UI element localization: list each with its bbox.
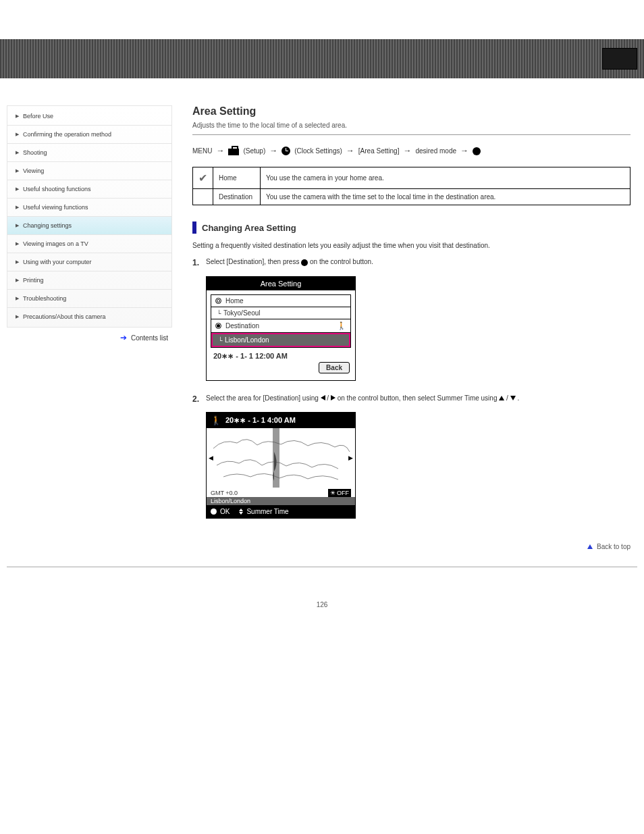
arrow-right-icon: ➔ [120, 333, 127, 342]
sidebar: ▶Before Use ▶Confirming the operation me… [7, 105, 172, 328]
triangle-right-icon: ▶ [348, 454, 353, 461]
nav-label: Useful viewing functions [23, 204, 88, 211]
triangle-left-icon: ◀ [209, 454, 213, 461]
step-number: 2. [192, 393, 202, 406]
nav-precautions[interactable]: ▶Precautions/About this camera [7, 308, 171, 325]
triangle-right-icon [331, 395, 336, 400]
triangle-up-icon [587, 544, 593, 549]
step-text: Select [Destination], then press [206, 258, 299, 265]
triangle-up-icon [499, 396, 504, 400]
back-to-top-label: Back to top [597, 543, 630, 550]
lcd-title: Area Setting [207, 277, 355, 290]
nav-label: Changing settings [23, 222, 72, 229]
chevron-right-icon: ▶ [16, 314, 19, 319]
step-2: 2. Select the area for [Destination] usi… [192, 393, 630, 406]
arrow-icon: → [460, 145, 468, 157]
nav-viewing-on-tv[interactable]: ▶Viewing images on a TV [7, 235, 171, 253]
lcd-row-home-loc: Tokyo/Seoul [211, 307, 350, 319]
check-cell [193, 189, 213, 205]
chevron-right-icon: ▶ [16, 113, 19, 119]
contents-list-label: Contents list [131, 334, 168, 342]
chevron-right-icon: ▶ [16, 278, 19, 283]
briefcase-icon [228, 147, 239, 155]
page-subtitle: Adjusts the time to the local time of a … [192, 122, 630, 129]
nav-label: Using with your computer [23, 259, 92, 265]
header-banner [0, 39, 644, 78]
lcd2-gmt: GMT +0.0 [211, 490, 238, 496]
page-title: Area Setting [192, 105, 630, 118]
step-text: . [517, 394, 519, 402]
nav-before-use[interactable]: ▶Before Use [7, 107, 171, 126]
nav-useful-shooting[interactable]: ▶Useful shooting functions [7, 180, 171, 199]
lcd-body: Home Tokyo/Seoul Destination 🚶 Lisbon/Lo… [207, 290, 355, 380]
nav-label: Troubleshooting [23, 295, 66, 302]
lcd-back-button: Back [319, 362, 350, 373]
option-desc: You use the camera in your home area. [261, 167, 630, 189]
world-map-icon [207, 428, 355, 488]
lcd-row-home: Home [211, 295, 350, 307]
chevron-right-icon: ▶ [16, 205, 19, 210]
option-desc: You use the camera with the time set to … [261, 189, 630, 205]
lcd2-map: ◀ ▶ [207, 428, 355, 488]
sun-icon: ☀ [330, 490, 336, 496]
chevron-right-icon: ▶ [16, 132, 19, 137]
step-text: on the control button. [310, 258, 373, 265]
step-text: on the control button, then select Summe… [338, 394, 498, 402]
arrow-icon: → [403, 145, 411, 157]
nav-label: Precautions/About this camera [23, 313, 106, 320]
summer-off-badge: ☀ OFF [328, 489, 351, 497]
nav-confirming-operation[interactable]: ▶Confirming the operation method [7, 126, 171, 144]
triangle-down-icon [510, 396, 516, 400]
nav-viewing[interactable]: ▶Viewing [7, 162, 171, 180]
menu-clock-label: (Clock Settings) [294, 146, 342, 157]
step-1: 1. Select [Destination], then press on t… [192, 257, 630, 269]
nav-printing[interactable]: ▶Printing [7, 271, 171, 290]
person-walking-icon: 🚶 [337, 321, 346, 330]
chevron-right-icon: ▶ [16, 168, 19, 174]
check-cell: ✔ [193, 167, 213, 189]
option-row-home: ✔ Home You use the camera in your home a… [193, 167, 630, 189]
lcd-area-setting: Area Setting Home Tokyo/Seoul Destinatio… [206, 276, 356, 381]
nav-shooting[interactable]: ▶Shooting [7, 144, 171, 162]
menu-mode: desired mode [415, 146, 456, 157]
page-number: 126 [0, 567, 644, 622]
main-content: Area Setting Adjusts the time to the loc… [192, 105, 637, 550]
lcd2-location: Lisbon/London [207, 497, 355, 505]
nav-label: Viewing images on a TV [23, 240, 88, 247]
arrow-icon: → [346, 145, 354, 157]
chevron-right-icon: ▶ [16, 259, 19, 265]
nav-useful-viewing[interactable]: ▶Useful viewing functions [7, 199, 171, 217]
lcd2-datetime: 20∗∗ - 1- 1 4:00 AM [225, 416, 296, 425]
section-bar-icon [192, 221, 196, 234]
radio-icon [215, 298, 221, 304]
dot-icon [301, 259, 308, 266]
back-to-top-link[interactable]: Back to top [192, 539, 630, 550]
person-walking-icon: 🚶 [211, 415, 221, 425]
nav-changing-settings[interactable]: ▶Changing settings [7, 217, 171, 235]
nav-troubleshooting[interactable]: ▶Troubleshooting [7, 290, 171, 308]
lcd-row-destination: Destination 🚶 [211, 319, 350, 333]
step-number: 1. [192, 257, 202, 269]
divider [192, 134, 630, 135]
arrow-icon: → [269, 145, 277, 157]
sidebar-container: ▶Before Use ▶Confirming the operation me… [7, 105, 172, 550]
checkmark-icon: ✔ [198, 172, 207, 184]
chevron-right-icon: ▶ [16, 186, 19, 192]
up-down-icon [239, 509, 243, 515]
clock-icon [281, 147, 290, 155]
lcd-dest-label: Destination [225, 322, 259, 330]
lcd-back-row: Back [211, 362, 351, 375]
dot-icon [473, 147, 481, 155]
lcd-world-map: 🚶 20∗∗ - 1- 1 4:00 AM ◀ ▶ GMT +0.0 [206, 412, 356, 519]
arrow-icon: → [216, 145, 224, 157]
section-heading: Changing Area Setting [192, 221, 630, 234]
lcd-home-loc: Tokyo/Seoul [223, 309, 260, 317]
nav-using-computer[interactable]: ▶Using with your computer [7, 253, 171, 271]
nav-label: Before Use [23, 113, 53, 120]
dot-icon [211, 509, 217, 515]
menu-prefix: MENU [192, 146, 212, 157]
chevron-right-icon: ▶ [16, 223, 19, 228]
options-table: ✔ Home You use the camera in your home a… [192, 167, 630, 205]
menu-setup-label: (Setup) [243, 146, 265, 157]
contents-list-link[interactable]: ➔ Contents list [7, 328, 172, 342]
